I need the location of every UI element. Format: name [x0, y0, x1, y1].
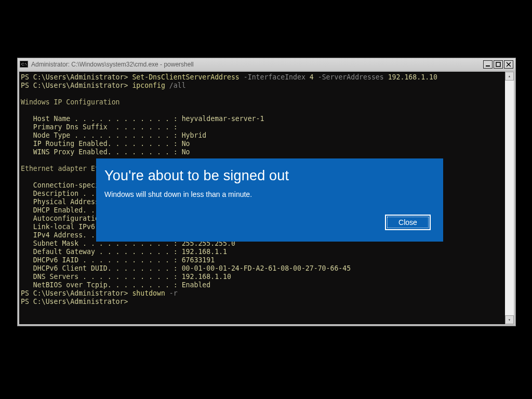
scroll-up-button[interactable]: ▴ [505, 72, 514, 81]
titlebar[interactable]: C:\ Administrator: C:\Windows\system32\c… [18, 58, 515, 70]
window-title: Administrator: C:\Windows\system32\cmd.e… [31, 61, 483, 68]
output-line: DNS Servers . . . . . . . . . . . : 192.… [21, 273, 231, 281]
svg-rect-1 [496, 62, 500, 66]
output-line: Node Type . . . . . . . . . . . . : Hybr… [21, 131, 206, 139]
output-line: IP Routing Enabled. . . . . . . . : No [21, 140, 190, 148]
dialog-message: Windows will shut down in less than a mi… [104, 190, 431, 198]
output-line: DHCPv6 Client DUID. . . . . . . . : 00-0… [21, 264, 351, 272]
prompt-line-3: PS C:\Users\Administrator> shutdown -r [21, 289, 178, 297]
close-window-button[interactable] [504, 60, 513, 69]
scroll-track[interactable] [505, 81, 514, 315]
output-line: WINS Proxy Enabled. . . . . . . . : No [21, 148, 190, 156]
signout-dialog: You're about to be signed out Windows wi… [96, 158, 443, 242]
prompt-line-2: PS C:\Users\Administrator> ipconfig /all [21, 82, 186, 89]
maximize-button[interactable] [494, 60, 503, 69]
ipconfig-heading: Windows IP Configuration [21, 98, 120, 106]
close-button[interactable]: Close [385, 215, 431, 230]
output-line: Primary Dns Suffix . . . . . . . : [21, 123, 178, 131]
window-controls [483, 60, 513, 69]
scroll-down-button[interactable]: ▾ [505, 315, 514, 324]
dialog-title: You're about to be signed out [104, 168, 431, 184]
prompt-line-1: PS C:\Users\Administrator> Set-DnsClient… [21, 73, 437, 81]
output-line: Default Gateway . . . . . . . . . : 192.… [21, 248, 227, 256]
output-line: NetBIOS over Tcpip. . . . . . . . : Enab… [21, 281, 210, 289]
output-line: Host Name . . . . . . . . . . . . : heyv… [21, 115, 264, 123]
minimize-button[interactable] [483, 60, 493, 69]
dialog-button-row: Close [385, 215, 431, 230]
output-line: DHCPv6 IAID . . . . . . . . . . . : 6763… [21, 256, 215, 264]
vertical-scrollbar[interactable]: ▴ ▾ [505, 72, 514, 324]
cmd-icon: C:\ [20, 61, 28, 68]
prompt-line-4: PS C:\Users\Administrator> [21, 298, 128, 305]
